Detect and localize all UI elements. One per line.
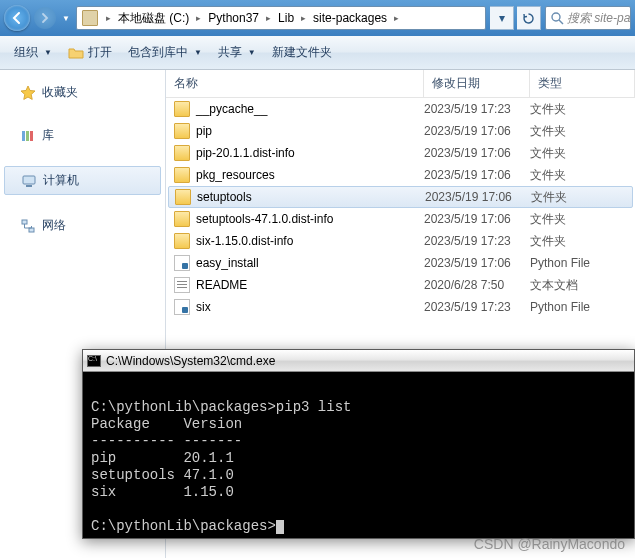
file-type: 文件夹	[530, 211, 566, 228]
nav-forward-button[interactable]	[34, 7, 56, 29]
folder-icon	[174, 145, 190, 161]
file-type: Python File	[530, 256, 590, 270]
new-folder-button[interactable]: 新建文件夹	[264, 40, 340, 65]
search-input[interactable]: 搜索 site-pack	[545, 6, 631, 30]
file-name: pip-20.1.1.dist-info	[196, 146, 295, 160]
column-headers: 名称 修改日期 类型	[166, 70, 635, 98]
file-type: 文件夹	[530, 233, 566, 250]
file-type: Python File	[530, 300, 590, 314]
organize-button[interactable]: 组织▼	[6, 40, 60, 65]
svg-rect-6	[26, 185, 32, 187]
network-icon	[20, 218, 36, 234]
include-button[interactable]: 包含到库中▼	[120, 40, 210, 65]
breadcrumb-bar[interactable]: ▸ 本地磁盘 (C:) ▸ Python37 ▸ Lib ▸ site-pack…	[76, 6, 486, 30]
search-icon	[550, 11, 564, 25]
folder-icon	[174, 167, 190, 183]
file-date: 2020/6/28 7:50	[424, 278, 530, 292]
file-row[interactable]: pkg_resources2023/5/19 17:06文件夹	[166, 164, 635, 186]
svg-rect-5	[23, 176, 35, 184]
chevron-right-icon[interactable]: ▸	[296, 13, 311, 23]
file-date: 2023/5/19 17:06	[424, 212, 530, 226]
breadcrumb-segment[interactable]: Python37	[206, 11, 261, 25]
cmd-titlebar[interactable]: C:\Windows\System32\cmd.exe	[83, 350, 634, 372]
nav-history-dropdown[interactable]: ▼	[60, 5, 72, 31]
file-name: setuptools	[197, 190, 252, 204]
file-name: __pycache__	[196, 102, 267, 116]
address-dropdown-button[interactable]: ▾	[490, 6, 514, 30]
command-toolbar: 组织▼ 打开 包含到库中▼ 共享▼ 新建文件夹	[0, 36, 635, 70]
file-row[interactable]: setuptools-47.1.0.dist-info2023/5/19 17:…	[166, 208, 635, 230]
nav-back-button[interactable]	[4, 5, 30, 31]
computer-icon	[21, 173, 37, 189]
file-row[interactable]: README2020/6/28 7:50文本文档	[166, 274, 635, 296]
file-name: pkg_resources	[196, 168, 275, 182]
open-button[interactable]: 打开	[60, 40, 120, 65]
file-name: setuptools-47.1.0.dist-info	[196, 212, 333, 226]
file-row[interactable]: pip2023/5/19 17:06文件夹	[166, 120, 635, 142]
svg-rect-7	[22, 220, 27, 224]
svg-rect-8	[29, 228, 34, 232]
cmd-output[interactable]: C:\pythonLib\packages>pip3 list Package …	[83, 372, 634, 545]
share-button[interactable]: 共享▼	[210, 40, 264, 65]
file-date: 2023/5/19 17:06	[424, 256, 530, 270]
file-name: six	[196, 300, 211, 314]
svg-rect-2	[22, 131, 25, 141]
folder-icon	[174, 123, 190, 139]
file-row[interactable]: six2023/5/19 17:23Python File	[166, 296, 635, 318]
chevron-right-icon[interactable]: ▸	[191, 13, 206, 23]
file-date: 2023/5/19 17:23	[424, 102, 530, 116]
svg-rect-3	[26, 131, 29, 141]
sidebar-item-network[interactable]: 网络	[0, 211, 165, 240]
column-header-type[interactable]: 类型	[530, 70, 635, 97]
folder-open-icon	[68, 45, 84, 61]
refresh-button[interactable]	[517, 6, 541, 30]
file-type: 文件夹	[530, 167, 566, 184]
file-name: pip	[196, 124, 212, 138]
file-date: 2023/5/19 17:23	[424, 300, 530, 314]
chevron-right-icon[interactable]: ▸	[389, 13, 404, 23]
python-file-icon	[174, 255, 190, 271]
file-row[interactable]: six-1.15.0.dist-info2023/5/19 17:23文件夹	[166, 230, 635, 252]
file-row[interactable]: pip-20.1.1.dist-info2023/5/19 17:06文件夹	[166, 142, 635, 164]
breadcrumb-segment[interactable]: Lib	[276, 11, 296, 25]
file-type: 文件夹	[530, 145, 566, 162]
column-header-date[interactable]: 修改日期	[424, 70, 530, 97]
chevron-right-icon[interactable]: ▸	[101, 13, 116, 23]
svg-line-1	[559, 20, 563, 24]
file-type: 文件夹	[531, 189, 567, 206]
file-name: README	[196, 278, 247, 292]
breadcrumb-segment[interactable]: site-packages	[311, 11, 389, 25]
sidebar-item-favorites[interactable]: 收藏夹	[0, 78, 165, 107]
file-type: 文件夹	[530, 101, 566, 118]
cursor	[276, 520, 284, 534]
star-icon	[20, 85, 36, 101]
column-header-name[interactable]: 名称	[166, 70, 424, 97]
folder-icon	[175, 189, 191, 205]
file-date: 2023/5/19 17:06	[424, 124, 530, 138]
library-icon	[20, 128, 36, 144]
sidebar-item-library[interactable]: 库	[0, 121, 165, 150]
file-type: 文本文档	[530, 277, 578, 294]
file-row[interactable]: easy_install2023/5/19 17:06Python File	[166, 252, 635, 274]
folder-icon	[174, 101, 190, 117]
cmd-title-text: C:\Windows\System32\cmd.exe	[106, 354, 275, 368]
watermark: CSDN @RainyMacondo	[474, 536, 625, 552]
file-date: 2023/5/19 17:23	[424, 234, 530, 248]
file-date: 2023/5/19 17:06	[424, 168, 530, 182]
file-row[interactable]: __pycache__2023/5/19 17:23文件夹	[166, 98, 635, 120]
sidebar-item-computer[interactable]: 计算机	[4, 166, 161, 195]
search-placeholder: 搜索 site-pack	[567, 10, 631, 27]
python-file-icon	[174, 299, 190, 315]
folder-icon	[174, 211, 190, 227]
address-bar: ▼ ▸ 本地磁盘 (C:) ▸ Python37 ▸ Lib ▸ site-pa…	[0, 0, 635, 36]
svg-point-0	[552, 13, 560, 21]
text-file-icon	[174, 277, 190, 293]
file-date: 2023/5/19 17:06	[425, 190, 531, 204]
breadcrumb-segment[interactable]: 本地磁盘 (C:)	[116, 10, 191, 27]
chevron-right-icon[interactable]: ▸	[261, 13, 276, 23]
cmd-icon	[87, 355, 101, 367]
file-date: 2023/5/19 17:06	[424, 146, 530, 160]
file-row[interactable]: setuptools2023/5/19 17:06文件夹	[168, 186, 633, 208]
cmd-window[interactable]: C:\Windows\System32\cmd.exe C:\pythonLib…	[82, 349, 635, 539]
svg-rect-4	[30, 131, 33, 141]
